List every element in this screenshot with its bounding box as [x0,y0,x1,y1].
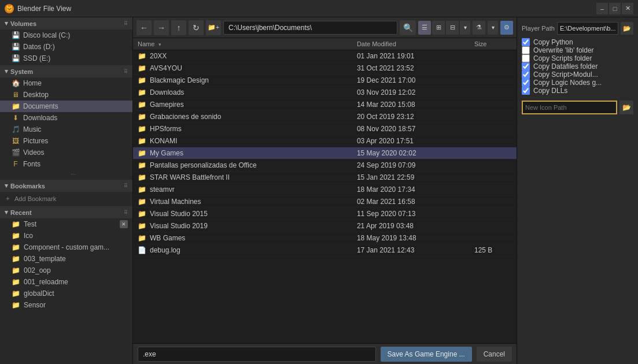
table-row[interactable]: 📁Gamepires 14 Mar 2020 15:08 [133,99,517,111]
sidebar-volumes-header[interactable]: ▾ Volumes ⠿ [0,17,132,29]
file-size-cell [470,220,517,232]
file-size-cell [470,99,517,111]
table-row[interactable]: 📁Virtual Machines 02 Mar 2021 16:58 [133,196,517,208]
table-row[interactable]: 📁Visual Studio 2019 21 Apr 2019 03:48 [133,220,517,232]
minimize-button[interactable]: – [596,3,608,14]
view-grid-small-button[interactable]: ⊞ [432,21,445,35]
col-size-header[interactable]: Size [470,38,517,50]
table-row[interactable]: 📁Downloads 03 Nov 2019 12:02 [133,87,517,99]
sidebar-recent-item[interactable]: 📁Sensor [0,299,132,311]
folder-icon: 📁 [138,161,146,169]
file-name-cell: 📁Downloads [133,87,352,99]
forward-button[interactable]: → [154,20,169,35]
sidebar-item-videos[interactable]: 🎬Videos [0,147,132,158]
refresh-button[interactable]: ↻ [189,20,204,35]
option-checkbox[interactable] [522,46,530,54]
sidebar-bookmarks-header[interactable]: ▾ Bookmarks ⠿ [0,180,132,192]
new-folder-button[interactable]: 📁+ [206,20,221,35]
file-date-cell: 15 Jan 2021 22:59 [352,172,470,184]
table-row[interactable]: 📁My Games 15 May 2020 02:02 [133,147,517,159]
sidebar-item-music[interactable]: 🎵Music [0,124,132,135]
file-name-cell: 📁Virtual Machines [133,196,352,208]
sidebar-recent-item[interactable]: 📁Component - custom gam... [0,242,132,253]
file-size-cell [470,208,517,220]
option-checkbox[interactable] [522,87,530,95]
add-bookmark-button[interactable]: ＋ Add Bookmark [0,192,132,205]
filter-button[interactable]: ⚗ [473,21,485,35]
view-grid-large-button[interactable]: ⊟ [446,21,459,35]
table-row[interactable]: 📁HPSforms 08 Nov 2020 18:57 [133,123,517,135]
folder-icon: 📁 [138,234,146,242]
table-row[interactable]: 📁20XX 01 Jan 2021 19:01 [133,50,517,62]
settings-button[interactable]: ⚙ [500,21,513,35]
option-checkbox[interactable] [522,54,530,62]
table-row[interactable]: 📁AVS4YOU 31 Oct 2021 23:52 [133,62,517,75]
sidebar-recent-item[interactable]: 📁001_reloadme [0,276,132,288]
file-size-cell [470,75,517,87]
view-dropdown-button[interactable]: ▾ [460,21,470,35]
option-checkbox[interactable] [522,62,530,70]
filename-input[interactable] [138,347,376,362]
plus-icon: ＋ [5,194,11,203]
chevron-down-icon: ▾ [5,182,8,190]
sidebar-system-header[interactable]: ▾ System ⠿ [0,65,132,77]
main-layout: ▾ Volumes ⠿ 💾Disco local (C:)💾Datos (D:)… [0,17,638,364]
player-path-browse-button[interactable]: 📂 [621,22,633,35]
search-button[interactable]: 🔍 [400,20,416,35]
sidebar-recent-item[interactable]: 📁003_template [0,253,132,265]
sidebar-recent-header[interactable]: ▾ Recent ⠿ [0,206,132,218]
option-checkbox[interactable] [522,70,530,79]
sidebar-item-home[interactable]: 🏠Home [0,77,132,89]
table-row[interactable]: 📁Blackmagic Design 19 Dec 2021 17:00 [133,75,517,87]
table-row[interactable]: 📁STAR WARS Battlefront II 15 Jan 2021 22… [133,172,517,184]
sidebar-item-fonts[interactable]: FFonts [0,158,132,170]
folder-icon: 📁 [12,278,20,286]
sidebar-section-bookmarks: ▾ Bookmarks ⠿ ＋ Add Bookmark [0,180,132,205]
table-row[interactable]: 📁Pantallas personalizadas de Office 24 S… [133,159,517,172]
player-path-input[interactable] [557,22,618,35]
table-row[interactable]: 📁KONAMI 03 Apr 2020 17:51 [133,135,517,147]
view-list-button[interactable]: ☰ [418,21,431,35]
option-checkbox[interactable] [522,38,530,46]
file-name-cell: 📁My Games [133,147,352,159]
option-label: Copy Logic Nodes g... [533,79,602,87]
file-size-cell: 125 B [470,244,517,257]
sidebar-recent-item[interactable]: 📁Ico [0,230,132,242]
file-date-cell: 19 Dec 2021 17:00 [352,75,470,87]
maximize-button[interactable]: □ [609,3,621,14]
sidebar-item-volume[interactable]: 💾Disco local (C:) [0,29,132,41]
recent-label: Recent [10,209,32,216]
path-input[interactable] [223,21,397,35]
up-button[interactable]: ↑ [171,20,186,35]
recent-remove-icon[interactable]: ✕ [120,220,128,228]
file-date-cell: 17 Jan 2021 12:43 [352,244,470,257]
table-row[interactable]: 📄debug.log 17 Jan 2021 12:43 125 B [133,244,517,257]
close-button[interactable]: ✕ [622,3,633,14]
sidebar-item-desktop[interactable]: 🖥Desktop [0,89,132,101]
sidebar-item-pictures[interactable]: 🖼Pictures [0,135,132,147]
col-date-header[interactable]: Date Modified [352,38,470,50]
col-name-header[interactable]: Name ▾ [133,38,352,50]
sidebar-item-downloads[interactable]: ⬇Downloads [0,112,132,124]
folder-icon: 🏠 [12,79,20,87]
file-name-cell: 📁HPSforms [133,123,352,135]
sidebar-recent-item[interactable]: 📁002_oop [0,265,132,276]
table-row[interactable]: 📁steamvr 18 Mar 2020 17:34 [133,184,517,196]
sidebar-item-documents[interactable]: 📁Documents [0,101,132,112]
back-button[interactable]: ← [137,20,152,35]
icon-path-input[interactable] [522,101,617,114]
filter-dropdown-button[interactable]: ▾ [488,21,498,35]
icon-path-browse-button[interactable]: 📂 [619,101,633,114]
table-row[interactable]: 📁Grabaciones de sonido 20 Oct 2019 23:12 [133,111,517,123]
sidebar-recent-item[interactable]: 📁Test✕ [0,218,132,230]
cancel-button[interactable]: Cancel [477,347,512,362]
table-row[interactable]: 📁WB Games 18 May 2019 13:48 [133,232,517,244]
bookmarks-label: Bookmarks [10,183,45,190]
table-row[interactable]: 📁Visual Studio 2015 11 Sep 2020 07:13 [133,208,517,220]
option-checkbox[interactable] [522,79,530,87]
sidebar-item-volume[interactable]: 💾Datos (D:) [0,41,132,53]
sidebar-recent-item[interactable]: 📁globalDict [0,288,132,299]
file-date-cell: 31 Oct 2021 23:52 [352,62,470,75]
sidebar-item-volume[interactable]: 💾SSD (E:) [0,53,132,64]
save-game-engine-button[interactable]: Save As Game Engine ... [381,347,472,362]
